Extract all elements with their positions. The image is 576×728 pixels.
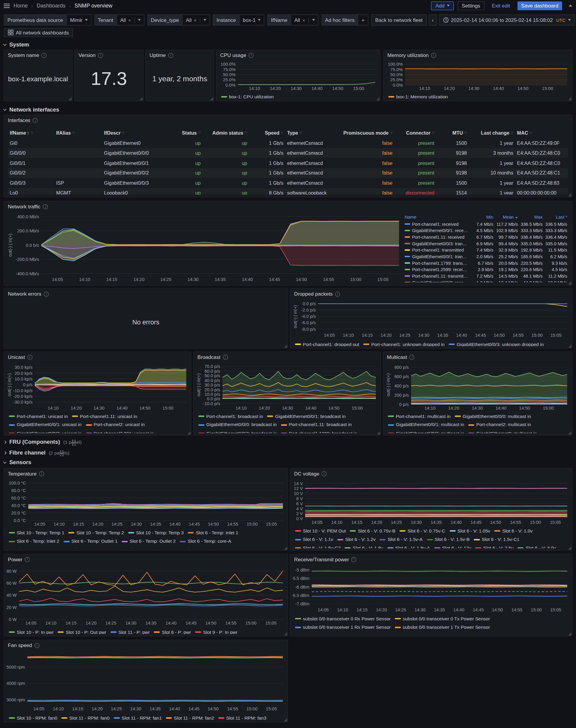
legend-item[interactable]: subslot 0/0 transceiver 2 Rx Power Senso… — [295, 633, 391, 634]
legend-item[interactable]: Slot 6 - P: pwr — [154, 629, 191, 634]
legend-item[interactable]: box-1: CPU utilization — [221, 94, 273, 99]
adhoc-filter-add-button[interactable]: + — [358, 14, 368, 26]
column-header[interactable]: Speed▽ — [249, 127, 285, 138]
var-tenant-value[interactable]: All×| — [116, 14, 144, 26]
legend-item[interactable]: Port-channel1.11: broadcast in — [281, 422, 352, 428]
panel-title[interactable]: Network traffici — [8, 204, 48, 210]
legend-item[interactable]: Slot 6 - Temp: core-B — [9, 547, 60, 548]
section-system[interactable]: System — [4, 41, 29, 48]
legend-item[interactable]: Slot 6 - Temp: Outlet 1 — [63, 538, 117, 545]
legend-item[interactable]: Slot 11 - RPM: fan0 — [61, 715, 110, 720]
table-row[interactable]: Gi0GigabitEthernet0upup1 Gb/sethernetCsm… — [8, 138, 568, 148]
legend-item[interactable]: GigabitEthernet0: multicast in — [468, 430, 537, 433]
legend-item[interactable]: Slot 9 - P: In pwr — [195, 629, 238, 634]
legend-row[interactable]: Port-channel1: received7.4 Mb/s117.2 Mb/… — [404, 220, 568, 227]
filter-icon[interactable]: ▽ — [122, 131, 124, 134]
legend-item[interactable]: Port-channel1: multicast in — [388, 413, 451, 420]
legend-item[interactable]: box-1: Memory utilization — [388, 94, 448, 99]
panel-title[interactable]: Fan speedi — [8, 642, 39, 648]
filter-icon[interactable]: ▽ — [390, 131, 393, 134]
legend-item[interactable]: Port-channel1: dropped out — [295, 341, 359, 346]
legend-row[interactable]: GigabitEthernet0/0/0: received1.2 Mb/s12… — [404, 279, 568, 282]
legend-item[interactable]: Slot 11 - RPM: fan3 — [219, 715, 266, 720]
back-to-fleet-button[interactable]: Back to network fleet — [371, 14, 427, 26]
column-header[interactable]: Type▽ — [285, 127, 339, 138]
legend-item[interactable]: Slot 6 - V: 1.1v — [295, 536, 333, 543]
column-header[interactable]: IfName↑▽ — [8, 127, 54, 138]
column-header[interactable]: MTU▽ — [436, 127, 469, 138]
legend-item[interactable]: subslot 0/0 transceiver 0 Rx Power Senso… — [295, 615, 391, 622]
traffic-legend-table[interactable]: NameMinMeanMaxLast *Port-channel1: recei… — [404, 213, 568, 282]
legend-item[interactable]: subslot 0/0 transceiver 2 Tx Power Senso… — [395, 633, 490, 634]
panel-title[interactable]: Dropped packetsi — [294, 291, 340, 297]
rxtx-power-chart[interactable]: -5 dBm-5.5 dBm-6 dBm-6.5 dBm-7 dBm14:051… — [292, 566, 570, 613]
legend-item[interactable]: Slot 6 - V: 3.0v — [518, 545, 556, 548]
interfaces-table[interactable]: IfName↑▽IfAlias▽IfDescr▽Status▽Admin sta… — [8, 127, 568, 194]
legend-item[interactable]: Slot 9 - Temp: Temp 1 — [120, 547, 173, 548]
legend-item[interactable]: Slot 6 - Temp: Inlet 2 — [9, 538, 59, 545]
dropped-packets-chart[interactable]: 0.0 p/s-2.0 p/s-4.0 p/s-6.0 p/s-8.0 p/s1… — [292, 300, 570, 338]
legend-item[interactable]: GigabitEthernet0/0/0: broadcast in — [198, 422, 277, 428]
legend-item[interactable]: Slot 6 - Temp: Inlet 1 — [188, 529, 238, 536]
legend-item[interactable]: Slot 11 - RPM: fan2 — [166, 715, 214, 720]
legend-row[interactable]: Port-channel1.11: transmitted7.2 Mb/s14.… — [404, 273, 568, 279]
panel-title[interactable]: Unicasti — [8, 354, 32, 360]
clear-icon[interactable]: × — [303, 18, 305, 23]
legend-item[interactable]: GigabitEthernet0/0/1: unicast in — [9, 422, 81, 428]
legend-row[interactable]: GigabitEthernet0/0/1: transmitted2.0 Mb/… — [404, 253, 568, 260]
legend-column-header[interactable]: Max — [519, 213, 544, 220]
legend-item[interactable]: Port-channel2: unicast in — [86, 422, 145, 428]
legend-item[interactable]: Slot 6 - V: 0.75v-C — [400, 528, 445, 534]
time-shift-back-button[interactable]: ‹ — [429, 14, 437, 26]
legend-column-header[interactable]: Name — [404, 213, 470, 220]
legend-item[interactable]: Slot 9 - Temp: Temp 2 — [177, 547, 230, 548]
panel-title[interactable]: Network errorsi — [8, 291, 49, 297]
section-fru[interactable]: FRU (Components)(1 panel) — [4, 438, 82, 446]
exit-edit-button[interactable]: Exit edit — [488, 1, 514, 10]
legend-row[interactable]: GigabitEthernet0/0/1: received4.5 Mb/s10… — [404, 227, 568, 234]
save-dashboard-button[interactable]: Save dashboard — [518, 1, 562, 10]
drag-handle-icon[interactable] — [60, 450, 61, 452]
legend-row[interactable]: Port-channel1.2599: received2.9 kb/s19.1… — [404, 266, 568, 273]
column-header[interactable]: MAC▽ — [515, 127, 568, 138]
legend-item[interactable]: Slot 6 - V: 1.0v — [494, 528, 532, 534]
legend-item[interactable]: Slot 10 - Temp: Temp 1 — [9, 529, 64, 536]
panel-title[interactable]: Receive/Transmit poweri — [294, 557, 356, 563]
legend-row[interactable]: Port-channel1: transmitted7.4 Mb/s32.9 M… — [404, 246, 568, 253]
legend-row[interactable]: Port-channel1.1799: transmitted6.7 kb/s2… — [404, 260, 568, 266]
legend-item[interactable]: Slot 6 - V: 1.5v-B — [427, 536, 469, 543]
network-traffic-chart[interactable]: 400.0 Mb/s200.0 Mb/s0.0 b/s-200.0 Mb/s-4… — [7, 213, 402, 282]
legend-item[interactable]: GigabitEthernet0/0/1: broadcast in — [267, 413, 346, 420]
table-row[interactable]: Gi0/0/3ISPGigabitEthernet0/0/3upup1 Gb/s… — [8, 178, 568, 188]
legend-item[interactable]: GigabitEthernet0/0/3: broadcast in — [198, 430, 277, 433]
filter-icon[interactable]: ▽ — [529, 131, 532, 134]
dc-voltage-chart[interactable]: 14 V12 V10 V8 V6 V4 V2 V0 V14:0514:1014:… — [292, 480, 570, 525]
panel-title[interactable]: Broadcasti — [197, 354, 228, 360]
legend-item[interactable]: Port-channel1: unicast in — [9, 413, 68, 420]
filter-icon[interactable]: ▽ — [31, 131, 33, 134]
legend-column-header[interactable]: Min — [469, 213, 494, 220]
column-header[interactable]: Promiscuous mode▽ — [339, 127, 395, 138]
multicast-chart[interactable]: 800 p/s600 p/s400 p/s200 p/s0 p/s14:1014… — [385, 363, 570, 411]
filter-icon[interactable]: ▽ — [281, 131, 283, 134]
settings-button[interactable]: Settings — [458, 1, 484, 10]
filter-icon[interactable]: ▽ — [464, 131, 467, 134]
table-row[interactable]: Gi0/0/0GigabitEthernet0/0/0upup1 Gb/seth… — [8, 148, 568, 158]
legend-item[interactable]: Port-channel1: unknown dropped in — [363, 341, 444, 346]
legend-item[interactable]: Port-channel1.11: unicast in — [72, 413, 137, 420]
time-range-picker[interactable]: 2025-02-14 14:00:06 to 2025-02-14 15:08:… — [439, 14, 575, 26]
column-header[interactable]: IfDescr▽ — [102, 127, 175, 138]
legend-item[interactable]: Slot 6 - V: 1.5v-C2 — [295, 545, 341, 548]
section-fibre-channel[interactable]: Fibre channel(2 panels) — [4, 449, 69, 456]
filter-icon[interactable]: ▽ — [511, 131, 513, 134]
legend-column-header[interactable]: Mean — [494, 213, 519, 220]
legend-item[interactable]: Port-channel2.901: unicast in — [86, 430, 154, 433]
legend-column-header[interactable]: Last * — [544, 213, 568, 220]
legend-item[interactable]: Slot 10 - P: In pwr — [9, 629, 53, 634]
unicast-chart[interactable]: 30.0 kp/s20.0 kp/s10.0 kp/s0 p/s-10.0 kp… — [6, 363, 189, 411]
legend-item[interactable]: Slot 10 - Temp: Temp 3 — [128, 529, 183, 536]
legend-item[interactable]: GigabitEthernet0/0/0: multicast in — [455, 413, 531, 420]
legend-item[interactable]: Slot 6 - V: 1.05v — [450, 528, 490, 534]
var-ifname-value[interactable]: All×| — [291, 14, 319, 26]
broadcast-chart[interactable]: 70.0 p/s60.0 p/s50.0 p/s40.0 p/s30.0 p/s… — [196, 363, 379, 411]
